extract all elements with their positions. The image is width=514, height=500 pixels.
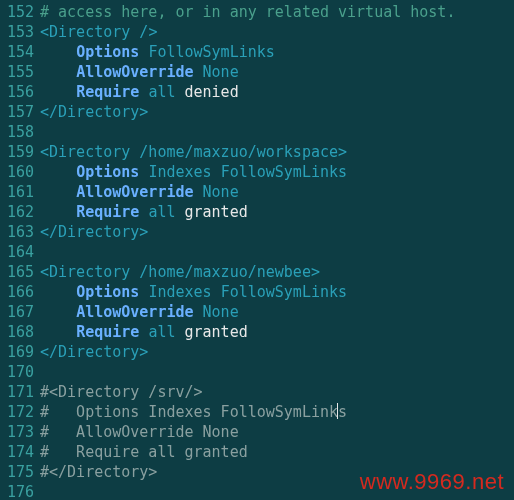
code-token <box>194 303 203 321</box>
line-content[interactable]: Require all denied <box>40 82 514 102</box>
line-number: 161 <box>0 182 40 202</box>
code-token: /home/maxzuo/workspace <box>139 143 338 161</box>
code-token: <Directory <box>40 143 139 161</box>
code-line[interactable]: 175#</Directory> <box>0 462 514 482</box>
code-token: </Directory> <box>40 103 148 121</box>
code-token: None <box>203 303 239 321</box>
code-line[interactable]: 166 Options Indexes FollowSymLinks <box>0 282 514 302</box>
code-token <box>40 203 76 221</box>
line-number: 172 <box>0 402 40 422</box>
code-line[interactable]: 163</Directory> <box>0 222 514 242</box>
line-content[interactable]: <Directory /> <box>40 22 514 42</box>
code-token: Options <box>76 43 139 61</box>
code-line[interactable]: 154 Options FollowSymLinks <box>0 42 514 62</box>
code-line[interactable]: 164 <box>0 242 514 262</box>
code-token: <Directory <box>40 23 139 41</box>
code-token <box>40 163 76 181</box>
line-number: 152 <box>0 2 40 22</box>
code-token <box>212 283 221 301</box>
line-content[interactable]: #</Directory> <box>40 462 514 482</box>
line-number: 171 <box>0 382 40 402</box>
code-token <box>40 323 76 341</box>
line-content[interactable]: Require all granted <box>40 322 514 342</box>
line-content[interactable]: # Require all granted <box>40 442 514 462</box>
code-line[interactable]: 165<Directory /home/maxzuo/newbee> <box>0 262 514 282</box>
line-number: 163 <box>0 222 40 242</box>
code-token: Indexes <box>148 163 211 181</box>
code-token: s <box>338 403 347 421</box>
code-token: Require <box>76 203 139 221</box>
line-number: 176 <box>0 482 40 500</box>
line-content[interactable]: # AllowOverride None <box>40 422 514 442</box>
code-token: </Directory> <box>40 343 148 361</box>
code-token: FollowSymLinks <box>148 43 274 61</box>
code-token: /home/maxzuo/newbee <box>139 263 311 281</box>
line-content[interactable]: #<Directory /srv/> <box>40 382 514 402</box>
code-token <box>40 83 76 101</box>
code-line[interactable]: 153<Directory /> <box>0 22 514 42</box>
line-content[interactable] <box>40 482 514 500</box>
code-line[interactable]: 169</Directory> <box>0 342 514 362</box>
code-token: AllowOverride <box>76 303 193 321</box>
line-number: 158 <box>0 122 40 142</box>
line-number: 169 <box>0 342 40 362</box>
code-token: Options <box>76 163 139 181</box>
code-token <box>175 323 184 341</box>
code-line[interactable]: 158 <box>0 122 514 142</box>
line-content[interactable]: # Options Indexes FollowSymLinks <box>40 402 514 422</box>
code-line[interactable]: 152# access here, or in any related virt… <box>0 2 514 22</box>
line-content[interactable] <box>40 242 514 262</box>
code-line[interactable]: 155 AllowOverride None <box>0 62 514 82</box>
line-content[interactable]: AllowOverride None <box>40 182 514 202</box>
code-line[interactable]: 168 Require all granted <box>0 322 514 342</box>
line-number: 170 <box>0 362 40 382</box>
code-line[interactable]: 157</Directory> <box>0 102 514 122</box>
line-number: 155 <box>0 62 40 82</box>
line-content[interactable]: Options Indexes FollowSymLinks <box>40 282 514 302</box>
code-line[interactable]: 174# Require all granted <box>0 442 514 462</box>
code-line[interactable]: 170 <box>0 362 514 382</box>
code-token: denied <box>185 83 239 101</box>
code-line[interactable]: 167 AllowOverride None <box>0 302 514 322</box>
line-content[interactable]: # access here, or in any related virtual… <box>40 2 514 22</box>
line-content[interactable] <box>40 122 514 142</box>
code-line[interactable]: 171#<Directory /srv/> <box>0 382 514 402</box>
code-token: AllowOverride <box>76 183 193 201</box>
code-token: granted <box>185 203 248 221</box>
code-line[interactable]: 160 Options Indexes FollowSymLinks <box>0 162 514 182</box>
code-line[interactable]: 173# AllowOverride None <box>0 422 514 442</box>
code-line[interactable]: 156 Require all denied <box>0 82 514 102</box>
code-token: FollowSymLinks <box>221 163 347 181</box>
line-number: 154 <box>0 42 40 62</box>
code-token: #</Directory> <box>40 463 157 481</box>
line-content[interactable] <box>40 362 514 382</box>
line-content[interactable]: AllowOverride None <box>40 62 514 82</box>
line-content[interactable]: AllowOverride None <box>40 302 514 322</box>
code-token <box>40 43 76 61</box>
code-token: None <box>203 63 239 81</box>
code-token <box>40 63 76 81</box>
code-token: # access here, or in any related virtual… <box>40 3 455 21</box>
line-number: 165 <box>0 262 40 282</box>
code-token: all <box>148 323 175 341</box>
line-number: 153 <box>0 22 40 42</box>
line-content[interactable]: <Directory /home/maxzuo/newbee> <box>40 262 514 282</box>
code-line[interactable]: 161 AllowOverride None <box>0 182 514 202</box>
line-number: 168 <box>0 322 40 342</box>
line-content[interactable]: <Directory /home/maxzuo/workspace> <box>40 142 514 162</box>
line-content[interactable]: Options Indexes FollowSymLinks <box>40 162 514 182</box>
line-content[interactable]: Options FollowSymLinks <box>40 42 514 62</box>
line-content[interactable]: Require all granted <box>40 202 514 222</box>
line-content[interactable]: </Directory> <box>40 342 514 362</box>
line-content[interactable]: </Directory> <box>40 102 514 122</box>
code-editor[interactable]: 152# access here, or in any related virt… <box>0 0 514 500</box>
line-content[interactable]: </Directory> <box>40 222 514 242</box>
code-line[interactable]: 172# Options Indexes FollowSymLinks <box>0 402 514 422</box>
code-token: # AllowOverride None <box>40 423 239 441</box>
code-token <box>175 83 184 101</box>
code-line[interactable]: 176 <box>0 482 514 500</box>
line-number: 159 <box>0 142 40 162</box>
code-token: granted <box>185 323 248 341</box>
code-line[interactable]: 159<Directory /home/maxzuo/workspace> <box>0 142 514 162</box>
code-line[interactable]: 162 Require all granted <box>0 202 514 222</box>
